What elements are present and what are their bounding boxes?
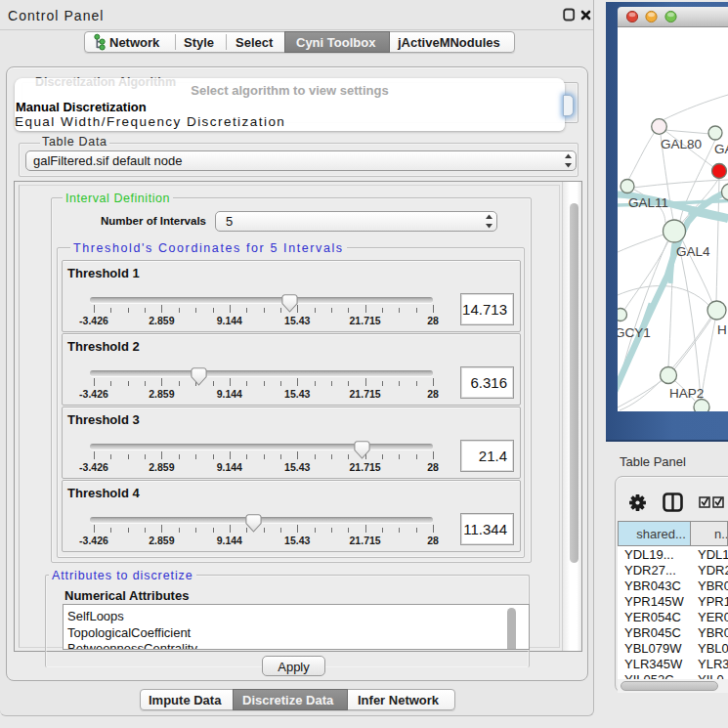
svg-text:GA: GA bbox=[714, 142, 728, 156]
svg-text:GAL11: GAL11 bbox=[628, 195, 668, 210]
svg-text:HAP2: HAP2 bbox=[669, 386, 704, 401]
svg-text:GCY1: GCY1 bbox=[618, 325, 651, 340]
svg-text:GAL4: GAL4 bbox=[676, 244, 710, 259]
svg-text:H: H bbox=[717, 322, 727, 337]
svg-text:GAL80: GAL80 bbox=[661, 137, 702, 151]
